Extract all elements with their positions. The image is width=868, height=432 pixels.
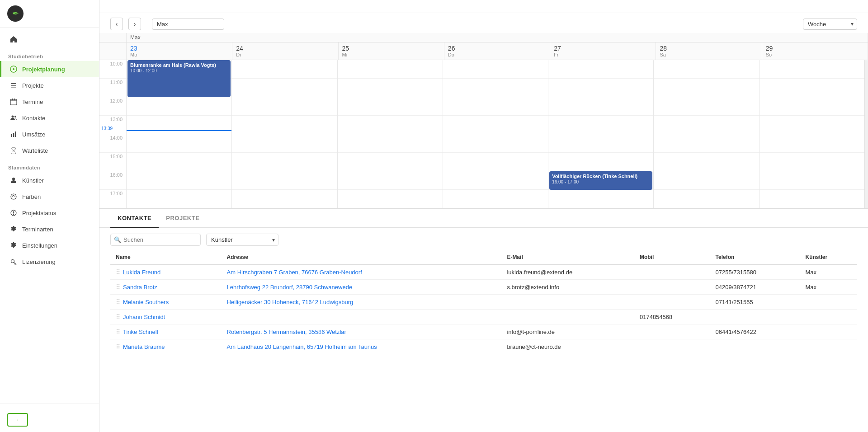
sidebar-item-terminarten[interactable]: Terminarten xyxy=(0,221,99,237)
gear-small-icon xyxy=(9,225,18,233)
day-col-sun[interactable] xyxy=(760,60,864,208)
current-time-label: 13:39 xyxy=(101,126,113,131)
contact-name: ⠿ Melanie Southers xyxy=(110,295,222,310)
calendar-body: 10:00 11:00 12:00 13:00 13:39 14:00 15:0… xyxy=(99,60,868,208)
next-week-button[interactable]: › xyxy=(128,18,141,30)
sidebar-item-kunstler[interactable]: Künstler xyxy=(0,172,99,188)
sidebar-item-terminarten-label: Terminarten xyxy=(22,226,53,233)
sidebar-item-kontakte[interactable]: Kontakte xyxy=(0,110,99,126)
svg-point-9 xyxy=(14,116,16,117)
contact-email: info@t-pomline.de xyxy=(501,324,634,339)
day-col-fri[interactable]: Vollflächiger Rücken (Tinke Schnell) 16:… xyxy=(548,60,654,208)
table-row: ⠿ Lukida Freund Am Hirschgraben 7 Graben… xyxy=(110,264,857,280)
contact-name: ⠿ Tinke Schnell xyxy=(110,324,222,339)
table-row: ⠿ Marieta Braume Am Landhaus 20 Langenha… xyxy=(110,339,857,354)
contact-mobil: 0174854568 xyxy=(634,310,710,324)
svg-rect-7 xyxy=(14,99,15,100)
sidebar-item-einstellungen-label: Einstellungen xyxy=(22,242,57,249)
sidebar-item-projektstatus[interactable]: Projektstatus xyxy=(0,205,99,221)
sidebar-item-dashboard[interactable] xyxy=(0,31,99,47)
day-header-tue: 24 Di xyxy=(232,42,338,60)
event-blumenranke[interactable]: Blumenranke am Hals (Rawia Vogts) 10:00 … xyxy=(127,60,231,97)
prev-week-button[interactable]: ‹ xyxy=(110,18,123,30)
palette-icon xyxy=(9,193,18,201)
logo: ✒ xyxy=(0,0,99,28)
sidebar-item-kunstler-label: Künstler xyxy=(22,177,44,184)
calendar-artist-row: Max xyxy=(99,33,868,42)
day-col-thu[interactable] xyxy=(443,60,548,208)
sidebar-item-projekte[interactable]: Projekte xyxy=(0,77,99,94)
day-col-sat[interactable] xyxy=(654,60,759,208)
drag-handle[interactable]: ⠿ xyxy=(116,328,123,335)
tab-kontakte[interactable]: KONTAKTE xyxy=(110,209,159,228)
drag-handle[interactable]: ⠿ xyxy=(116,283,123,291)
sidebar-item-kontakte-label: Kontakte xyxy=(22,115,45,122)
contact-kunstler xyxy=(800,310,858,324)
svg-rect-12 xyxy=(15,131,16,137)
day-header-fri: 27 Fr xyxy=(550,42,656,60)
logout-button[interactable]: → xyxy=(7,413,28,427)
sidebar-item-einstellungen[interactable]: Einstellungen xyxy=(0,237,99,254)
contact-name: ⠿ Marieta Braume xyxy=(110,339,222,354)
svg-rect-10 xyxy=(11,134,12,137)
day-col-tue[interactable] xyxy=(232,60,337,208)
contact-adresse: Am Hirschgraben 7 Graben, 76676 Graben-N… xyxy=(222,264,502,280)
contact-mobil xyxy=(634,324,710,339)
contact-email: braune@ct-neuro.de xyxy=(501,339,634,354)
sidebar-item-farben[interactable]: Farben xyxy=(0,188,99,205)
col-header-telefon: Telefon xyxy=(710,250,800,264)
dots-circle-icon xyxy=(9,209,18,217)
contact-telefon: 06441/4576422 xyxy=(710,324,800,339)
day-col-mon[interactable]: Blumenranke am Hals (Rawia Vogts) 10:00 … xyxy=(127,60,232,208)
contact-adresse: Rotenbergstr. 5 Hermannstein, 35586 Wetz… xyxy=(222,324,502,339)
sidebar-item-warteliste[interactable]: Warteliste xyxy=(0,142,99,159)
svg-point-8 xyxy=(12,116,14,118)
view-select[interactable]: Tag Woche Monat xyxy=(803,19,857,30)
artist-filter-select[interactable]: Künstler Max Alle xyxy=(206,234,278,246)
table-row: ⠿ Melanie Southers Heiligenäcker 30 Hohe… xyxy=(110,295,857,310)
search-input[interactable] xyxy=(110,234,201,246)
clock-icon xyxy=(9,65,18,73)
tab-projekte[interactable]: PROJEKTE xyxy=(159,209,207,228)
day-col-wed[interactable] xyxy=(338,60,443,208)
search-wrapper: 🔍 xyxy=(110,234,201,246)
search-filter-row: 🔍 Künstler Max Alle xyxy=(110,234,857,246)
sidebar-item-projekte-label: Projekte xyxy=(22,82,44,89)
sidebar-item-umsatze[interactable]: Umsätze xyxy=(0,126,99,142)
table-row: ⠿ Sandra Brotz Lehrhofsweg 22 Brundorf, … xyxy=(110,280,857,295)
drag-handle[interactable]: ⠿ xyxy=(116,313,123,320)
contact-mobil xyxy=(634,264,710,280)
contact-adresse: Lehrhofsweg 22 Brundorf, 28790 Schwanewe… xyxy=(222,280,502,295)
svg-rect-6 xyxy=(12,99,13,100)
contact-telefon: 07255/7315580 xyxy=(710,264,800,280)
contact-kunstler: Max xyxy=(800,264,858,280)
main-content: ‹ › Tag Woche Monat Max 23 Mo 24 xyxy=(99,0,868,432)
svg-rect-5 xyxy=(10,99,17,105)
sidebar-item-projektplanung[interactable]: Projektplanung xyxy=(0,61,99,77)
svg-rect-3 xyxy=(11,85,16,86)
drag-handle[interactable]: ⠿ xyxy=(116,343,123,350)
col-header-name: Name xyxy=(110,250,222,264)
sidebar-item-lizenzierung[interactable]: Lizenzierung xyxy=(0,254,99,270)
drag-handle[interactable]: ⠿ xyxy=(116,298,123,305)
sidebar-item-termine[interactable]: Termine xyxy=(0,94,99,110)
bar-chart-icon xyxy=(9,130,18,138)
table-row: ⠿ Johann Schmidt 0174854568 xyxy=(110,310,857,324)
logo-icon: ✒ xyxy=(7,5,24,22)
day-header-mon: 23 Mo xyxy=(127,42,232,60)
calendar-scrollbar[interactable] xyxy=(864,60,868,208)
calendar-controls: ‹ › Tag Woche Monat xyxy=(99,13,868,33)
contact-email xyxy=(501,295,634,310)
svg-point-13 xyxy=(12,178,15,180)
artist-filter-input[interactable] xyxy=(152,19,224,30)
day-header-row: 23 Mo 24 Di 25 Mi 26 Do 27 Fr 28 Sa xyxy=(99,42,868,60)
contact-telefon: 07141/251555 xyxy=(710,295,800,310)
drag-handle[interactable]: ⠿ xyxy=(116,268,123,276)
time-labels-col: 10:00 11:00 12:00 13:00 13:39 14:00 15:0… xyxy=(99,60,127,208)
contact-adresse xyxy=(222,310,502,324)
search-icon: 🔍 xyxy=(114,236,121,243)
contact-adresse: Heiligenäcker 30 Hoheneck, 71642 Ludwigs… xyxy=(222,295,502,310)
contact-email: lukida.freund@extend.de xyxy=(501,264,634,280)
event-vollflachiger[interactable]: Vollflächiger Rücken (Tinke Schnell) 16:… xyxy=(549,171,652,190)
contact-email: s.brotz@extend.info xyxy=(501,280,634,295)
